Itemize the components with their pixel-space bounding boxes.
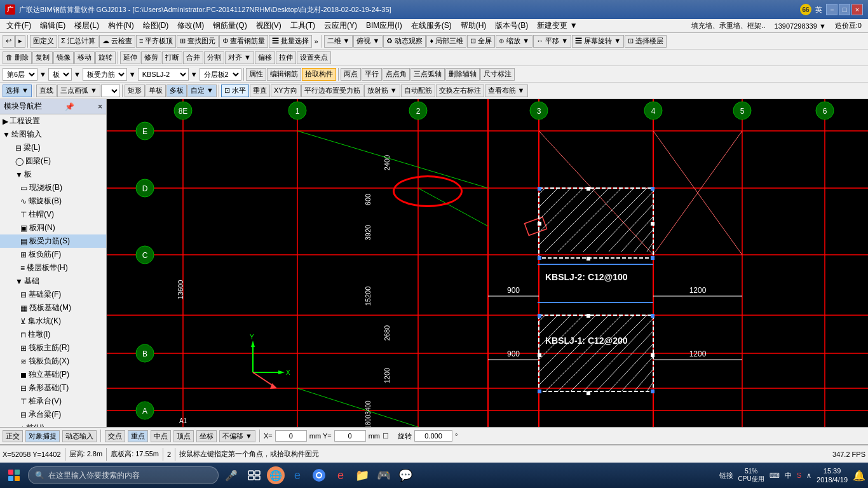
taskbar-mic[interactable]: 🎤	[225, 470, 238, 482]
tb-point-angle[interactable]: 点点角	[383, 68, 410, 81]
sidebar-item-cap-beam[interactable]: ⊟ 承台梁(F)	[0, 408, 106, 421]
taskbar-icon-chrome[interactable]	[310, 466, 328, 484]
tb-multi-slab[interactable]: 多板	[166, 85, 187, 97]
type-select[interactable]: 板	[48, 68, 72, 81]
x-coord-input[interactable]	[275, 430, 307, 442]
tb-rect[interactable]: 矩形	[125, 85, 145, 97]
sidebar-item-spiral-slab[interactable]: ∿ 螺旋板(B)	[0, 194, 106, 208]
tb-swap-label[interactable]: 交换左右标注	[436, 85, 484, 97]
tb-trim[interactable]: 修剪	[141, 51, 161, 64]
tb-extend[interactable]: 延伸	[120, 51, 140, 64]
sidebar-item-raft-rebar[interactable]: ⊞ 筏板主筋(R)	[0, 341, 106, 355]
sidebar-item-sump[interactable]: ⊻ 集水坑(K)	[0, 315, 106, 328]
sidebar-section-slab[interactable]: ▼ 板	[0, 168, 106, 181]
menu-fill-wall[interactable]: 填充墙、承重墙、框架..	[688, 20, 769, 32]
snap-no-offset[interactable]: 不偏移 ▼	[219, 430, 255, 442]
tb-horizontal[interactable]: ⊡ 水平	[221, 85, 249, 97]
tb-dynamic-view[interactable]: ♻ 动态观察	[383, 35, 426, 48]
snap-object[interactable]: 对象捕捉	[25, 430, 60, 442]
taskbar-icon-browser1[interactable]: 🌐	[267, 466, 285, 484]
menu-draw[interactable]: 绘图(D)	[139, 19, 173, 32]
taskbar-lang-cn[interactable]: 中	[785, 471, 792, 480]
sidebar-item-found-beam[interactable]: ⊟ 基础梁(F)	[0, 288, 106, 301]
menu-modify[interactable]: 修改(M)	[173, 19, 208, 32]
sidebar-item-slab-hole[interactable]: ▣ 板洞(N)	[0, 221, 106, 234]
taskbar-icon-ie[interactable]: e	[288, 466, 306, 484]
rotate-input[interactable]	[414, 430, 452, 442]
sublayer-select[interactable]: 分层板2	[200, 68, 241, 81]
tb-screen-rotate[interactable]: ☰ 屏幕旋转 ▼	[572, 35, 624, 48]
tb-view-rebar-layout[interactable]: 查看布筋 ▼	[485, 85, 528, 97]
sidebar-item-isolated-found[interactable]: ◼ 独立基础(P)	[0, 368, 106, 381]
menu-component[interactable]: 构件(N)	[104, 19, 138, 32]
tb-mirror[interactable]: 镜像	[53, 51, 74, 64]
taskbar-icon-wechat[interactable]: 💬	[397, 466, 414, 484]
taskbar-icon-app1[interactable]: 🎮	[375, 466, 393, 484]
taskbar-icon-folder[interactable]: 📁	[353, 466, 371, 484]
tb-merge[interactable]: 合并	[183, 51, 203, 64]
menu-phone[interactable]: 13907298339 ▼	[771, 21, 830, 31]
sidebar-close-icon[interactable]: ×	[98, 102, 102, 111]
tb-local-3d[interactable]: ♦ 局部三维	[426, 35, 466, 48]
sidebar-item-raft-neg[interactable]: ≋ 筏板负筋(X)	[0, 355, 106, 368]
tb-sum-calc[interactable]: Σ 汇总计算	[58, 35, 98, 48]
tb-rotate[interactable]: 旋转	[95, 51, 116, 64]
sidebar-item-cast-slab[interactable]: ▭ 现浇板(B)	[0, 181, 106, 194]
tb-view-top[interactable]: 俯视 ▼	[353, 35, 383, 48]
minimize-button[interactable]: －	[826, 4, 837, 15]
tb-pick-component[interactable]: 拾取构件	[302, 68, 336, 81]
tb-dimension[interactable]: 尺寸标注	[480, 68, 515, 81]
restore-button[interactable]: □	[839, 4, 850, 15]
snap-intersection[interactable]: 交点	[105, 430, 125, 442]
sidebar-section-foundation[interactable]: ▼ 基础	[0, 274, 106, 288]
tb-copy[interactable]: 复制	[32, 51, 53, 64]
search-bar[interactable]: 🔍 在这里输入你要搜索的内容	[28, 466, 219, 484]
floor-select[interactable]: 第6层	[3, 68, 37, 81]
tb-batch-select[interactable]: ☰ 批量选择	[269, 35, 312, 48]
tb-edit-rebar[interactable]: 编辑钢筋	[267, 68, 301, 81]
tb-two-point[interactable]: 两点	[341, 68, 361, 81]
tb-fullscreen[interactable]: ⊡ 全屏	[467, 35, 495, 48]
tb-three-arc[interactable]: 三点画弧 ▼	[57, 85, 100, 97]
snap-endpoint[interactable]: 重点	[128, 430, 148, 442]
tb-xy-dir[interactable]: XY方向	[271, 85, 301, 97]
sidebar-item-col-pier[interactable]: ⊓ 柱墩(I)	[0, 328, 106, 341]
tb-zoom[interactable]: ⊕ 缩放 ▼	[496, 35, 532, 48]
tb-split[interactable]: 分割	[204, 51, 224, 64]
menu-online[interactable]: 在线服务(S)	[407, 19, 456, 32]
tb-parallel[interactable]: 平行	[362, 68, 382, 81]
sidebar-item-beam[interactable]: ⊟ 梁(L)	[0, 141, 106, 154]
tb-offset[interactable]: 偏移	[255, 51, 275, 64]
tb-align-top[interactable]: ≡ 平齐板顶	[136, 35, 176, 48]
sidebar-item-slab-rebar[interactable]: ▤ 板受力筋(S)	[0, 234, 106, 248]
notification-icon[interactable]: 🔔	[853, 470, 865, 482]
tb-view-rebar[interactable]: Φ 查看钢筋量	[219, 35, 268, 48]
tb-properties[interactable]: 属性	[246, 68, 266, 81]
snap-dynamic[interactable]: 动态输入	[62, 430, 97, 442]
sidebar-pin[interactable]: 📌	[65, 102, 74, 111]
snap-coord[interactable]: 坐标	[196, 430, 217, 442]
start-button[interactable]	[3, 465, 25, 485]
tb-forward[interactable]: ▸	[15, 35, 25, 48]
menu-cloud[interactable]: 云应用(Y)	[320, 19, 361, 32]
menu-help[interactable]: 帮助(H)	[457, 19, 491, 32]
rebar-pos-select[interactable]: 板受力筋	[83, 68, 127, 81]
menu-rebar-qty[interactable]: 钢筋量(Q)	[209, 19, 250, 32]
menu-file[interactable]: 文件(F)	[3, 19, 35, 32]
tb-pan[interactable]: ↔ 平移 ▼	[533, 35, 571, 48]
tb-define[interactable]: 图定义	[30, 35, 57, 48]
tb-back[interactable]: ↩	[3, 35, 15, 48]
menu-version[interactable]: 版本号(B)	[491, 19, 532, 32]
sidebar-item-pile[interactable]: ↓ 桩(U)	[0, 421, 106, 427]
tb-radial-rebar[interactable]: 放射筋 ▼	[364, 85, 400, 97]
taskbar-system-tray[interactable]: ∧	[806, 471, 811, 480]
menu-edit[interactable]: 编辑(E)	[36, 19, 69, 32]
menu-new-change[interactable]: 新建变更 ▼	[533, 19, 581, 32]
tb-vertical[interactable]: 垂直	[250, 85, 270, 97]
menu-view[interactable]: 视图(V)	[252, 19, 285, 32]
tb-set-grip[interactable]: 设置夹点	[297, 51, 331, 64]
tb-auto-rebar[interactable]: 自动配筋	[401, 85, 435, 97]
tb-select-mode[interactable]: 选择 ▼	[3, 85, 32, 97]
sidebar-item-pile-cap[interactable]: ⊤ 桩承台(V)	[0, 395, 106, 408]
tb-break[interactable]: 打断	[162, 51, 182, 64]
